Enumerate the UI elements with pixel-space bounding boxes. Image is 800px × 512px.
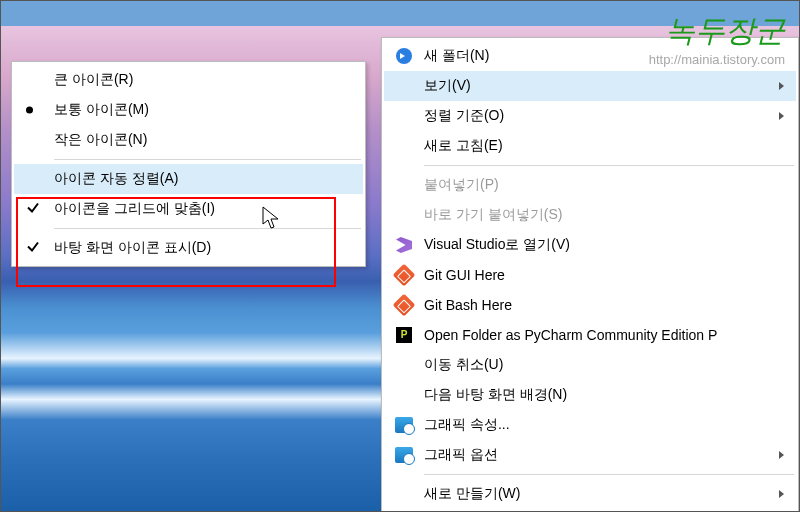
menu-label: 보통 아이콘(M) <box>54 101 149 119</box>
git-icon <box>394 295 414 315</box>
menu-label: Git Bash Here <box>424 297 512 313</box>
menu-divider <box>54 159 361 160</box>
menu-label: 붙여넣기(P) <box>424 176 499 194</box>
menu-item-git-bash[interactable]: Git Bash Here <box>384 290 796 320</box>
check-icon <box>26 240 40 257</box>
folder-icon <box>394 46 414 66</box>
menu-label: 아이콘 자동 정렬(A) <box>54 170 178 188</box>
watermark: 녹두장군 http://mainia.tistory.com <box>649 11 785 67</box>
chevron-right-icon <box>779 451 784 459</box>
menu-item-medium-icons[interactable]: 보통 아이콘(M) <box>14 95 363 125</box>
menu-label: 다음 바탕 화면 배경(N) <box>424 386 567 404</box>
menu-item-show-desktop-icons[interactable]: 바탕 화면 아이콘 표시(D) <box>14 233 363 263</box>
menu-item-git-gui[interactable]: Git GUI Here <box>384 260 796 290</box>
intel-icon <box>394 415 414 435</box>
menu-label: 큰 아이콘(R) <box>54 71 133 89</box>
menu-label: 그래픽 옵션 <box>424 446 498 464</box>
menu-item-graphics-props[interactable]: 그래픽 속성... <box>384 410 796 440</box>
check-icon <box>26 201 40 218</box>
menu-label: 그래픽 속성... <box>424 416 510 434</box>
menu-item-sort[interactable]: 정렬 기준(O) <box>384 101 796 131</box>
chevron-right-icon <box>779 490 784 498</box>
menu-label: 새 폴더(N) <box>424 47 489 65</box>
menu-label: Git GUI Here <box>424 267 505 283</box>
git-icon <box>394 265 414 285</box>
desktop-context-menu[interactable]: 새 폴더(N) 보기(V) 정렬 기준(O) 새로 고침(E) 붙여넣기(P) … <box>381 37 799 512</box>
menu-item-undo-move[interactable]: 이동 취소(U) <box>384 350 796 380</box>
menu-label: 작은 아이콘(N) <box>54 131 147 149</box>
menu-item-paste: 붙여넣기(P) <box>384 170 796 200</box>
menu-item-auto-arrange[interactable]: 아이콘 자동 정렬(A) <box>14 164 363 194</box>
chevron-right-icon <box>779 82 784 90</box>
menu-label: 바탕 화면 아이콘 표시(D) <box>54 239 211 257</box>
menu-label: Visual Studio로 열기(V) <box>424 236 570 254</box>
menu-item-view[interactable]: 보기(V) <box>384 71 796 101</box>
menu-divider <box>424 165 794 166</box>
menu-label: 새로 고침(E) <box>424 137 503 155</box>
menu-divider <box>424 474 794 475</box>
menu-item-paste-shortcut: 바로 가기 붙여넣기(S) <box>384 200 796 230</box>
intel-icon <box>394 445 414 465</box>
watermark-title: 녹두장군 <box>649 11 785 52</box>
pycharm-icon <box>394 325 414 345</box>
menu-item-visual-studio[interactable]: Visual Studio로 열기(V) <box>384 230 796 260</box>
menu-label: 아이콘을 그리드에 맞춤(I) <box>54 200 215 218</box>
view-submenu[interactable]: 큰 아이콘(R) 보통 아이콘(M) 작은 아이콘(N) 아이콘 자동 정렬(A… <box>11 61 366 267</box>
vs-icon <box>394 235 414 255</box>
menu-item-refresh[interactable]: 새로 고침(E) <box>384 131 796 161</box>
chevron-right-icon <box>779 112 784 120</box>
menu-label: 정렬 기준(O) <box>424 107 504 125</box>
menu-divider <box>54 228 361 229</box>
menu-label: 바로 가기 붙여넣기(S) <box>424 206 562 224</box>
menu-label: 이동 취소(U) <box>424 356 503 374</box>
menu-item-pycharm[interactable]: Open Folder as PyCharm Community Edition… <box>384 320 796 350</box>
bullet-icon <box>26 107 33 114</box>
menu-label: 보기(V) <box>424 77 471 95</box>
menu-item-small-icons[interactable]: 작은 아이콘(N) <box>14 125 363 155</box>
menu-item-graphics-options[interactable]: 그래픽 옵션 <box>384 440 796 470</box>
menu-item-large-icons[interactable]: 큰 아이콘(R) <box>14 65 363 95</box>
menu-label: Open Folder as PyCharm Community Edition… <box>424 327 717 343</box>
menu-item-align-grid[interactable]: 아이콘을 그리드에 맞춤(I) <box>14 194 363 224</box>
menu-item-next-wallpaper[interactable]: 다음 바탕 화면 배경(N) <box>384 380 796 410</box>
menu-label: 새로 만들기(W) <box>424 485 520 503</box>
watermark-url: http://mainia.tistory.com <box>649 52 785 67</box>
menu-item-new[interactable]: 새로 만들기(W) <box>384 479 796 509</box>
